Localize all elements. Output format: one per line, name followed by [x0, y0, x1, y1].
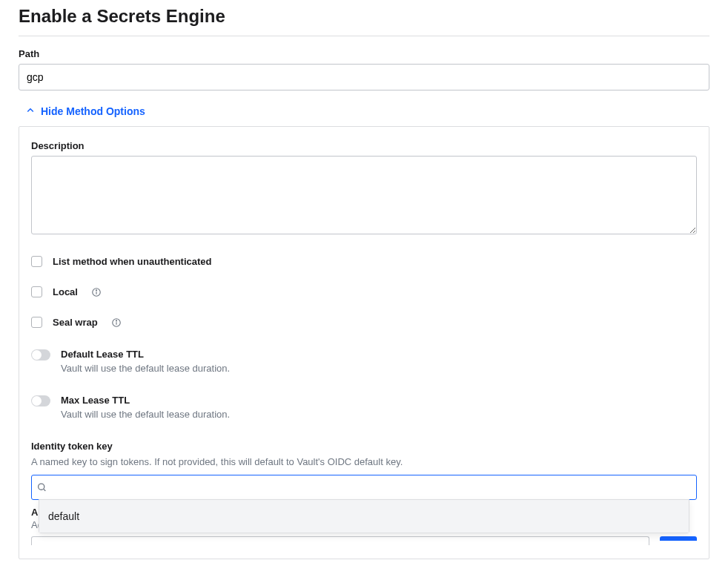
list-unauth-label: List method when unauthenticated [53, 256, 212, 267]
row-input[interactable] [31, 536, 649, 545]
identity-token-key-label: Identity token key [31, 441, 697, 452]
list-unauth-checkbox[interactable] [31, 256, 42, 267]
default-lease-ttl-help: Vault will use the default lease duratio… [61, 363, 697, 374]
path-input[interactable] [19, 64, 709, 90]
local-label: Local [53, 286, 78, 297]
page-title: Enable a Secrets Engine [19, 0, 709, 36]
identity-token-key-help: A named key to sign tokens. If not provi… [31, 456, 697, 467]
chevron-up-icon [26, 105, 35, 117]
description-label: Description [31, 140, 697, 151]
hidden-field-label: A [31, 507, 39, 518]
dropdown-option-default[interactable]: default [39, 500, 689, 533]
svg-point-2 [96, 289, 96, 290]
add-button[interactable] [660, 536, 697, 541]
seal-wrap-checkbox[interactable] [31, 317, 42, 328]
toggle-method-options[interactable]: Hide Method Options [19, 105, 145, 117]
method-options-panel: Description List method when unauthentic… [19, 126, 709, 559]
path-label: Path [19, 48, 709, 59]
default-lease-ttl-label: Default Lease TTL [61, 349, 697, 360]
local-checkbox[interactable] [31, 286, 42, 297]
max-lease-ttl-help: Vault will use the default lease duratio… [61, 409, 697, 420]
info-icon[interactable] [111, 317, 122, 328]
info-icon[interactable] [91, 287, 102, 297]
svg-point-6 [39, 484, 44, 490]
max-lease-ttl-toggle[interactable] [31, 395, 50, 406]
identity-token-key-search[interactable] [31, 475, 697, 500]
search-icon [37, 483, 47, 493]
svg-line-7 [44, 489, 45, 490]
toggle-method-options-label: Hide Method Options [41, 105, 145, 117]
default-lease-ttl-toggle[interactable] [31, 349, 50, 360]
identity-token-key-dropdown: default [39, 499, 689, 533]
max-lease-ttl-label: Max Lease TTL [61, 395, 697, 406]
svg-point-5 [116, 320, 116, 320]
description-textarea[interactable] [31, 156, 697, 234]
seal-wrap-label: Seal wrap [53, 317, 98, 328]
